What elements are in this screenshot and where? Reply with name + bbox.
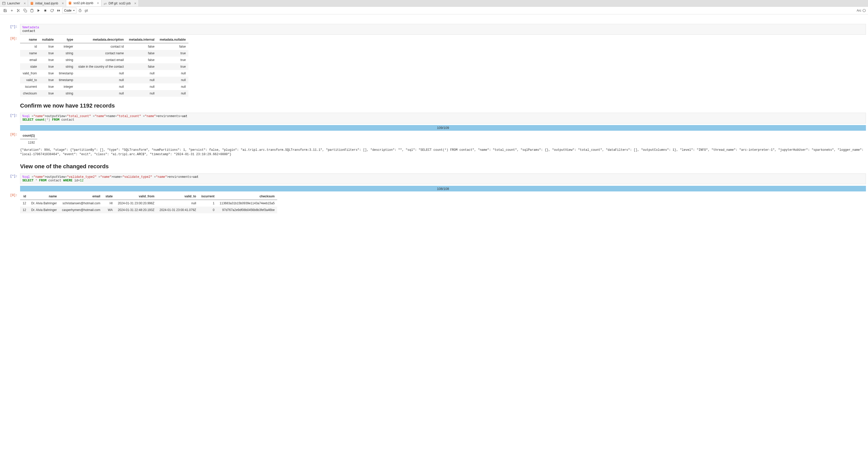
svg-marker-18 xyxy=(57,9,59,11)
close-icon[interactable]: × xyxy=(62,1,64,5)
launcher-icon xyxy=(2,2,6,5)
svg-rect-15 xyxy=(31,9,33,9)
progress-output-2: 108/108 xyxy=(2,185,866,191)
code-input[interactable]: %sql ="name">outputView="total_count" ="… xyxy=(20,113,866,124)
table-header: type xyxy=(56,36,76,43)
table-header: iscurrent xyxy=(199,193,217,200)
truncated-output xyxy=(2,17,866,23)
table-row: emailtruestringcontact emailfalsetrue xyxy=(20,57,188,63)
kernel-indicator[interactable]: Arc xyxy=(857,9,866,12)
table-header: valid_to xyxy=(157,193,199,200)
git-icon: git xyxy=(103,2,107,5)
tab-bar: Launcher × initial_load.ipynb × scd2-job… xyxy=(0,0,868,7)
code-input[interactable]: %sql ="name">outputView="validate_type2"… xyxy=(20,173,866,184)
git-label[interactable]: git xyxy=(85,9,88,12)
tab-diff-git[interactable]: git Diff git: scd2-job × xyxy=(101,0,139,6)
run-all-button[interactable] xyxy=(56,7,62,13)
timing-button[interactable] xyxy=(77,7,83,13)
cell-type-select[interactable]: Code xyxy=(62,8,76,13)
stop-button[interactable] xyxy=(42,7,49,13)
notebook-area: [*]: %metadata contact [0]: namenullable… xyxy=(0,14,868,225)
count-value: 1192 xyxy=(20,139,37,146)
table-header: id xyxy=(20,193,29,200)
table-header: metadata.internal xyxy=(126,36,157,43)
table-row: nametruestringcontact namefalsetrue xyxy=(20,50,188,57)
copy-button[interactable] xyxy=(22,7,28,13)
tab-label: Diff git: scd2-job xyxy=(108,2,131,5)
notebook-icon xyxy=(68,1,72,5)
table-row: valid_totruetimestampnullnullnull xyxy=(20,77,188,84)
progress-bar: 108/108 xyxy=(20,186,866,191)
code-cell-metadata[interactable]: [*]: %metadata contact xyxy=(2,24,866,35)
progress-output-1: 109/109 xyxy=(2,125,866,131)
metadata-table: namenullabletypemetadata.descriptionmeta… xyxy=(20,36,188,97)
svg-rect-6 xyxy=(69,3,71,3)
svg-marker-19 xyxy=(59,9,60,11)
records-table: idnameemailstatevalid_fromvalid_toiscurr… xyxy=(20,193,277,213)
table-header: name xyxy=(20,36,39,43)
table-row: 12Dr. Alvia Bahringercasperhymen@hotmail… xyxy=(20,207,277,213)
table-header: state xyxy=(103,193,115,200)
in-prompt: [*]: xyxy=(2,24,20,35)
code-cell-sql2[interactable]: [*]: %sql ="name">outputView="validate_t… xyxy=(2,173,866,184)
heading-view: View one of the changed records xyxy=(20,163,866,170)
svg-rect-17 xyxy=(44,9,46,11)
tab-initial-load[interactable]: initial_load.ipynb × xyxy=(28,0,66,6)
table-header: metadata.nullable xyxy=(157,36,188,43)
count-header: count(1) xyxy=(20,132,37,139)
tab-launcher[interactable]: Launcher × xyxy=(0,0,28,6)
table-header: name xyxy=(29,193,59,200)
svg-point-21 xyxy=(863,9,866,12)
svg-line-12 xyxy=(19,11,20,11)
svg-rect-14 xyxy=(25,10,27,12)
restart-button[interactable] xyxy=(49,7,55,13)
out-prompt: [0]: xyxy=(2,36,20,97)
kernel-name: Arc xyxy=(857,9,861,12)
table-row: valid_fromtruetimestampnullnullnull xyxy=(20,70,188,77)
log-text: {"duration": 994, "stage": {"partitionBy… xyxy=(20,147,866,158)
in-prompt: [*]: xyxy=(2,173,20,184)
markdown-cell-heading2[interactable]: View one of the changed records xyxy=(2,159,866,172)
output-cell-metadata: [0]: namenullabletypemetadata.descriptio… xyxy=(2,36,866,97)
in-prompt: [*]: xyxy=(2,113,20,124)
svg-rect-5 xyxy=(69,2,71,3)
paste-button[interactable] xyxy=(29,7,35,13)
cut-button[interactable] xyxy=(16,7,22,13)
heading-confirm: Confirm we now have 1192 records xyxy=(20,102,866,109)
notebook-icon xyxy=(30,2,34,5)
table-row: idtrueintegercontact idfalsefalse xyxy=(20,43,188,50)
table-header: metadata.description xyxy=(76,36,126,43)
progress-bar: 109/109 xyxy=(20,125,866,131)
table-header: valid_from xyxy=(115,193,157,200)
table-row: statetruestringstate in the country of t… xyxy=(20,63,188,70)
run-button[interactable] xyxy=(35,7,42,13)
tab-scd2-job[interactable]: scd2-job.ipynb × xyxy=(66,0,101,6)
svg-rect-0 xyxy=(3,2,5,5)
table-row: iscurrenttrueintegernullnullnull xyxy=(20,84,188,90)
close-icon[interactable]: × xyxy=(97,1,99,5)
cell-type-select-wrap: Code xyxy=(62,8,76,13)
tab-label: initial_load.ipynb xyxy=(35,2,58,5)
toolbar: Code git Arc xyxy=(0,7,868,14)
table-row: 12Dr. Alvia Bahringerschristiansen@hotma… xyxy=(20,200,277,207)
table-row: checksumtruestringnullnullnull xyxy=(20,90,188,97)
close-icon[interactable]: × xyxy=(24,1,26,5)
save-button[interactable] xyxy=(2,7,8,13)
tab-label: scd2-job.ipynb xyxy=(73,1,93,5)
output-cell-count: [0]: count(1) 1192 xyxy=(2,132,866,146)
svg-point-10 xyxy=(17,11,18,12)
svg-point-9 xyxy=(17,9,18,10)
code-input[interactable]: %metadata contact xyxy=(20,24,866,35)
output-cell-records: [0]: idnameemailstatevalid_fromvalid_toi… xyxy=(2,193,866,213)
kernel-status-icon xyxy=(862,9,866,12)
close-icon[interactable]: × xyxy=(134,1,136,5)
table-header: email xyxy=(59,193,103,200)
add-cell-button[interactable] xyxy=(9,7,15,13)
table-header: checksum xyxy=(217,193,277,200)
markdown-cell-heading1[interactable]: Confirm we now have 1192 records xyxy=(2,98,866,112)
code-cell-sql1[interactable]: [*]: %sql ="name">outputView="total_coun… xyxy=(2,113,866,124)
svg-line-13 xyxy=(18,10,19,10)
out-prompt: [0]: xyxy=(2,193,20,213)
count-table: count(1) 1192 xyxy=(20,132,37,146)
tab-label: Launcher xyxy=(7,2,20,5)
